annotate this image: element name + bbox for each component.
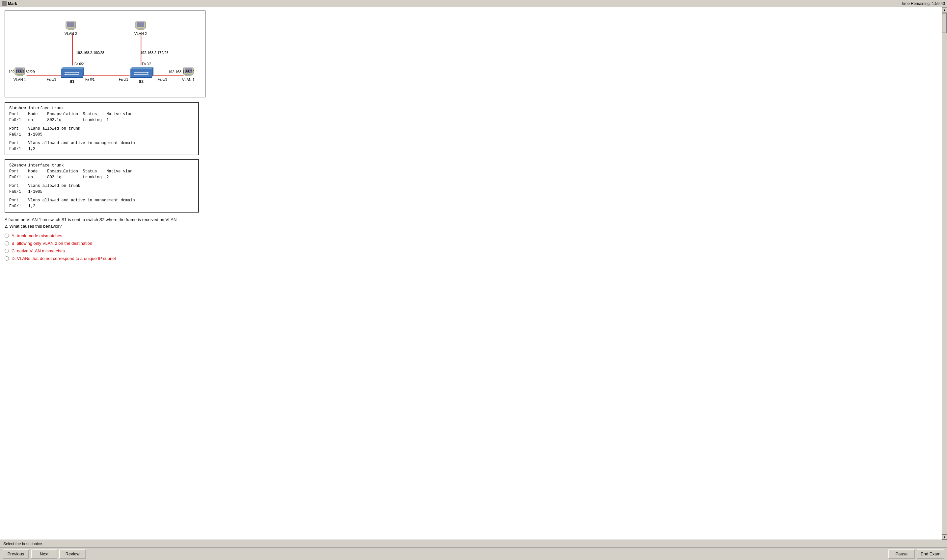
svg-rect-24 — [61, 77, 83, 78]
content-area: VLAN 2 VLAN 2 — [0, 7, 942, 540]
s2-title: S2#show interface trunk — [9, 163, 194, 168]
svg-marker-21 — [61, 67, 84, 69]
port-s2-fa01: Fa 0/1 — [119, 78, 128, 81]
svg-marker-31 — [152, 67, 153, 77]
switch-s2-label: S2 — [139, 79, 143, 84]
svg-rect-11 — [139, 28, 142, 29]
next-button[interactable]: Next — [31, 549, 57, 559]
port-s2-fa03: Fa 0/3 — [158, 78, 167, 81]
answer-text-a: A. trunk mode mismatches — [12, 233, 62, 238]
terminal-s1: S1#show interface trunk Port Mode Encaps… — [5, 102, 199, 155]
pc-vlan1-right: VLAN 1 — [182, 67, 194, 82]
status-text: Select the best choice. — [3, 542, 43, 546]
port-s1-fa03: Fa 0/3 — [47, 78, 56, 81]
pc-vlan1-right-label: VLAN 1 — [182, 78, 194, 82]
svg-rect-32 — [130, 77, 152, 78]
answer-option-a[interactable]: A. trunk mode mismatches — [5, 233, 937, 238]
scrollbar-track[interactable] — [942, 12, 947, 534]
s1-headers: Port Mode Encapsulation Status Native vl… — [9, 111, 194, 117]
answer-text-d: D. VLANs that do not correspond to a uni… — [12, 256, 116, 261]
nav-buttons-left: Previous Next Review — [3, 549, 86, 559]
s1-label1: Port Vlans allowed on trunk — [9, 126, 194, 132]
answer-option-d[interactable]: D. VLANs that do not correspond to a uni… — [5, 256, 937, 261]
diagram-area: VLAN 2 VLAN 2 — [9, 14, 202, 94]
svg-rect-7 — [69, 28, 72, 29]
title-bar-left: Mark — [2, 1, 17, 6]
port-s1-fa02: Fa 0/2 — [74, 62, 83, 66]
answer-text-c: C. native VLAN mismatches — [12, 248, 65, 253]
svg-rect-19 — [187, 74, 190, 75]
pc-vlan2-left: VLAN 2 — [65, 21, 77, 35]
scroll-up-btn[interactable]: ▲ — [942, 7, 947, 12]
title-bar: Mark Time Remaining: 1:59:40 — [0, 0, 947, 7]
ip-vlan2-left: 192.168.2.190/28 — [76, 51, 104, 55]
s2-row1: Fa0/1 on 802.1q trunking 2 — [9, 174, 194, 180]
s1-title: S1#show interface trunk — [9, 105, 194, 111]
status-bar: Select the best choice. — [0, 540, 947, 548]
s2-label2: Port Vlans allowed and active in managem… — [9, 197, 194, 203]
svg-rect-6 — [67, 22, 74, 27]
switch-s2: S2 — [129, 66, 153, 84]
answer-text-b: B. allowing only VLAN 2 on the destinati… — [12, 241, 92, 246]
pc-vlan2-right: VLAN 2 — [134, 21, 147, 35]
question-text: A frame on VLAN 1 on switch S1 is sent t… — [5, 217, 937, 229]
pause-button[interactable]: Pause — [888, 549, 915, 559]
timer-display: Time Remaining: 1:59:40 — [901, 1, 945, 6]
answer-option-c[interactable]: C. native VLAN mismatches — [5, 248, 937, 253]
s2-row2: Fa0/1 1-1005 — [9, 189, 194, 195]
ip-vlan1-right: 192.168.1.86/29 — [168, 70, 194, 74]
svg-rect-20 — [185, 75, 191, 76]
pc-vlan1-left-label: VLAN 1 — [14, 78, 26, 82]
s1-row1: Fa0/1 on 802.1q trunking 1 — [9, 117, 194, 123]
switch-s1: S1 — [60, 66, 84, 84]
scroll-down-btn[interactable]: ▼ — [942, 534, 947, 540]
review-button[interactable]: Review — [59, 549, 86, 559]
main-content: VLAN 2 VLAN 2 — [0, 7, 947, 540]
button-bar: Previous Next Review Pause End Exam — [0, 548, 947, 560]
s1-row2: Fa0/1 1-1005 — [9, 132, 194, 137]
port-s1-fa01: Fa 0/1 — [85, 78, 94, 81]
diagram-lines — [9, 14, 202, 94]
end-exam-button[interactable]: End Exam — [917, 549, 944, 559]
terminal-s2: S2#show interface trunk Port Mode Encaps… — [5, 159, 199, 212]
svg-rect-15 — [18, 74, 22, 75]
ip-vlan1-left: 192.168.1.82/29 — [9, 70, 35, 74]
answer-option-b[interactable]: B. allowing only VLAN 2 on the destinati… — [5, 241, 937, 246]
svg-marker-29 — [130, 67, 153, 69]
radio-a[interactable] — [5, 234, 9, 238]
s1-label2: Port Vlans allowed and active in managem… — [9, 140, 194, 146]
previous-button[interactable]: Previous — [3, 549, 29, 559]
pc-vlan2-left-label: VLAN 2 — [65, 32, 77, 35]
s1-row3: Fa0/1 1,2 — [9, 146, 194, 152]
scrollbar[interactable]: ▲ ▼ — [942, 7, 947, 540]
mark-icon — [2, 1, 6, 6]
port-s2-fa02: Fa 0/2 — [142, 62, 151, 66]
ip-vlan2-right: 192.168.2.172/28 — [140, 51, 168, 55]
svg-rect-10 — [137, 22, 144, 27]
radio-d[interactable] — [5, 256, 9, 261]
s2-headers: Port Mode Encapsulation Status Native vl… — [9, 168, 194, 174]
s2-label1: Port Vlans allowed on trunk — [9, 183, 194, 189]
switch-s1-label: S1 — [69, 79, 74, 84]
svg-marker-23 — [83, 67, 84, 77]
scrollbar-thumb[interactable] — [942, 13, 947, 33]
svg-rect-8 — [68, 29, 74, 30]
svg-rect-16 — [17, 75, 23, 76]
radio-c[interactable] — [5, 249, 9, 253]
network-diagram: VLAN 2 VLAN 2 — [5, 11, 205, 97]
pc-vlan1-left: VLAN 1 — [14, 67, 26, 82]
s2-row3: Fa0/1 1,2 — [9, 203, 194, 209]
nav-buttons-right: Pause End Exam — [888, 549, 944, 559]
radio-b[interactable] — [5, 241, 9, 245]
svg-rect-12 — [138, 29, 143, 30]
app-title: Mark — [8, 1, 17, 6]
pc-vlan2-right-label: VLAN 2 — [134, 32, 147, 35]
